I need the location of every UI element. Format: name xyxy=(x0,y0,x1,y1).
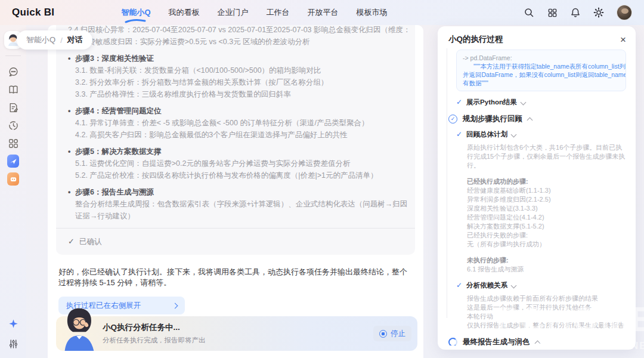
code-line: 有数据""" xyxy=(463,79,620,87)
chevron-up-icon xyxy=(534,341,540,345)
subsection-overall-plan[interactable]: 回顾总体计划 xyxy=(456,130,626,139)
subsection-dependency[interactable]: 分析依赖关系 xyxy=(456,281,626,290)
check-icon xyxy=(68,236,75,248)
assistant-app-icon[interactable] xyxy=(7,173,19,185)
stop-icon xyxy=(379,330,387,338)
dependency-line: 报告生成步骤依赖于前面所有分析步骤的结果 xyxy=(467,294,626,303)
stop-label: 停止 xyxy=(391,329,405,339)
doc-edit-icon[interactable] xyxy=(7,101,19,113)
step-item: 3.1. 数量-利润关联：发货数量分箱（<100/100-500/>500）的箱… xyxy=(68,64,409,76)
confirmed-label: 已确认 xyxy=(79,236,102,248)
chevron-right-icon xyxy=(172,303,178,308)
panel-title: 小Q的执行过程 xyxy=(448,34,503,45)
step-item: 3.2. 拆分效率分析：拆分箱数与结算金额的相关系数计算（按厂区名称分组） xyxy=(68,76,409,88)
sidebar-divider xyxy=(5,55,21,56)
python-code-block: -> pd.DataFrame: """本方法用于获得指定table_name表… xyxy=(456,50,626,91)
timeline-connector xyxy=(447,48,447,318)
nav-item-portal[interactable]: 企业门户 xyxy=(218,5,249,20)
step-title: 步骤6：报告生成与溯源 xyxy=(68,186,409,198)
dependency-line: 本轮行动 xyxy=(467,312,626,321)
task-banner-subtitle: 分析任务执行完成，报告即将产出 xyxy=(103,336,206,345)
step-item: 3.3. 产品价格弹性：三级名称维度执行价格与发货数量的回归斜率 xyxy=(68,88,409,100)
check-icon xyxy=(456,98,462,107)
banner-text: 小Q执行分析任务中... 分析任务执行完成，报告即将产出 xyxy=(103,322,206,345)
dependency-line: 这是最后一个步骤，不可并行执行其他任务 xyxy=(467,303,626,312)
code-line: 并返回DataFrame，如果没有column_list则返回table_nam… xyxy=(463,70,620,79)
sparkle-ai-icon[interactable] xyxy=(7,317,19,329)
step-title: 步骤3：深度相关性验证 xyxy=(68,53,409,64)
chat-conversation-panel: 2.4 归因核心异常：2025-07-04至2025-07-07 vs 2025… xyxy=(48,25,423,358)
apps-icon[interactable] xyxy=(7,137,19,149)
section-final-report[interactable]: 最终报告生成与润色 xyxy=(448,338,626,345)
stop-button[interactable]: 停止 xyxy=(373,326,411,341)
notifications-bell-icon[interactable] xyxy=(570,7,581,18)
close-icon[interactable] xyxy=(620,35,626,45)
execution-plan-card: 2.4 归因核心异常：2025-07-04至2025-07-07 vs 2025… xyxy=(56,25,415,255)
step-item: 4.1. 异常订单筛查：价差< -5 或影响总金额< -500 的订单特征分析（… xyxy=(68,117,409,129)
apps-grid-icon[interactable] xyxy=(547,7,558,18)
step-item: 5.1. 运费优化空间：自提运费>0.2元的服务站客户分摊运费与实际分摊运费差值… xyxy=(68,158,409,169)
nav-item-smart-q[interactable]: 智能小Q xyxy=(121,5,150,20)
active-tab-underline xyxy=(125,18,147,23)
dependency-detail: 报告生成步骤依赖于前面所有分析步骤的结果 这是最后一个步骤，不可并行执行其他任务… xyxy=(467,294,626,330)
step-item: 4.2. 高损失客户归因：影响总金额最低的3个客户组在渠道选择与产品偏好上的共性 xyxy=(68,129,409,141)
overall-plan-detail: 原始执行计划包含6个大类，共16个子步骤。目前已执行完成15个子步骤，仅剩余最后… xyxy=(467,143,626,274)
failed-steps-label: 已经执行失败的步骤: xyxy=(467,231,626,240)
chevron-down-icon xyxy=(511,132,517,138)
left-sidebar xyxy=(0,25,26,358)
breadcrumb-current: 对话 xyxy=(67,35,83,45)
plan-step-3: 步骤3：深度相关性验证 3.1. 数量-利润关联：发货数量分箱（<100/100… xyxy=(68,53,409,100)
settings-gear-icon[interactable] xyxy=(593,7,604,18)
nav-item-open-platform[interactable]: 开放平台 xyxy=(308,5,339,20)
panel-header: 小Q的执行过程 xyxy=(438,26,636,48)
pending-steps-label: 未执行的步骤: xyxy=(467,256,626,265)
circle-check-icon: ✓ xyxy=(448,115,457,124)
app-logo: Quick BI xyxy=(12,7,54,18)
success-steps-label: 已经执行成功的步骤: xyxy=(467,177,626,186)
success-step: 异常利润多维度归因(2.1-2.5) xyxy=(467,195,626,204)
code-line: """本方法用于获得指定table_name表所有column_list列的 xyxy=(463,62,620,70)
filters-sliders-icon[interactable] xyxy=(7,338,19,350)
execution-process-panel: 小Q的执行过程 -> pd.DataFrame: """本方法用于获得指定tab… xyxy=(438,26,636,350)
user-avatar[interactable] xyxy=(617,5,632,20)
success-step: 解决方案数据支撑(5.1-5.2) xyxy=(467,222,626,231)
task-banner-title: 小Q执行分析任务中... xyxy=(103,322,206,333)
show-python-result-toggle[interactable]: 展示Python结果 xyxy=(456,98,626,107)
breadcrumb-parent[interactable]: 智能小Q xyxy=(26,35,55,45)
assistant-illustration xyxy=(60,305,98,351)
assistant-message: 好的，你已经确认了执行计划。接下来，我将调用各类工具，动态执行各项任务并输出最终… xyxy=(58,267,411,288)
task-status-banner: 小Q执行分析任务中... 分析任务执行完成，报告即将产出 停止 xyxy=(56,316,417,351)
pending-step: 6.1 报告生成与溯源 xyxy=(467,265,626,274)
section-plan-review[interactable]: ✓ 规划步骤执行回顾 xyxy=(448,115,626,124)
plan-step-6: 步骤6：报告生成与溯源 整合分析结果生成周报：包含数据索引表（字段来源+计算逻辑… xyxy=(68,186,409,222)
sidebar-bottom xyxy=(7,317,19,358)
plan-step-4: 步骤4：经营管理问题定位 4.1. 异常订单筛查：价差< -5 或影响总金额< … xyxy=(68,105,409,141)
chat-icon[interactable] xyxy=(7,66,19,78)
chevron-down-icon xyxy=(511,283,517,289)
plan-step-5: 步骤5：解决方案数据支撑 5.1. 运费优化空间：自提运费>0.2元的服务站客户… xyxy=(68,146,409,181)
chevron-up-icon xyxy=(527,118,533,124)
chevron-down-icon xyxy=(521,100,527,106)
check-icon xyxy=(456,130,462,139)
step-item: 整合分析结果生成周报：包含数据索引表（字段来源+计算逻辑）、企业式结构化表达（问… xyxy=(68,198,409,222)
navbar-actions xyxy=(524,5,632,20)
smart-q-app-icon[interactable] xyxy=(7,155,19,167)
success-step: 经营管理问题定位(4.1-4.2) xyxy=(467,213,626,222)
check-icon xyxy=(456,281,462,290)
report-book-icon[interactable] xyxy=(7,84,19,95)
step-title: 步骤5：解决方案数据支撑 xyxy=(68,146,409,158)
nav-item-workspace[interactable]: 工作台 xyxy=(267,5,290,20)
success-step: 深度相关性验证(3.1-3.3) xyxy=(467,204,626,213)
search-icon[interactable] xyxy=(524,7,534,18)
history-clock-icon[interactable] xyxy=(7,119,19,131)
panel-body[interactable]: -> pd.DataFrame: """本方法用于获得指定table_name表… xyxy=(438,48,636,345)
nav-item-template-market[interactable]: 模板市场 xyxy=(357,5,388,20)
step-item: 5.2. 产品定价校准：按四级名称统计执行价格与发布价格的偏离度（|价差|>1元… xyxy=(68,169,409,181)
nav-item-dashboards[interactable]: 我的看板 xyxy=(169,5,200,20)
code-line: -> pd.DataFrame: xyxy=(463,54,620,62)
breadcrumb: 智能小Q / 对话 xyxy=(17,30,92,50)
breadcrumb-separator: / xyxy=(60,36,63,45)
plan-summary: 原始执行计划包含6个大类，共16个子步骤。目前已执行完成15个子步骤，仅剩余最后… xyxy=(467,143,626,170)
top-navbar: Quick BI 智能小Q 我的看板 企业门户 工作台 开放平台 模板市场 xyxy=(0,0,644,25)
loading-spinner-icon xyxy=(448,338,457,345)
